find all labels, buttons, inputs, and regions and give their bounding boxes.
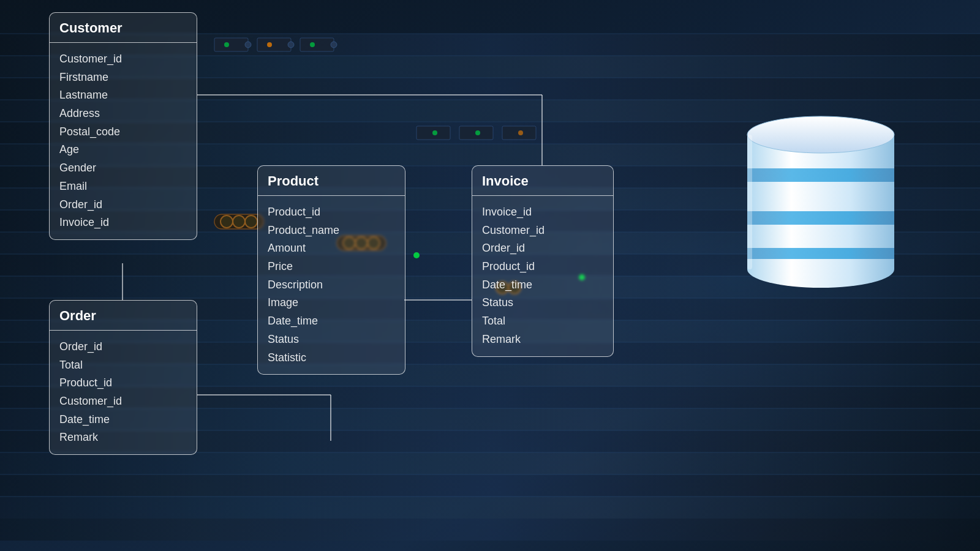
invoice-field-5: Status (482, 294, 603, 312)
invoice-field-4: Date_time (482, 276, 603, 294)
product-field-2: Amount (268, 239, 395, 258)
order-table: Order Order_id Total Product_id Customer… (49, 300, 197, 455)
customer-field-1: Firstname (59, 69, 187, 87)
customer-field-6: Gender (59, 159, 187, 178)
product-field-3: Price (268, 258, 395, 276)
invoice-table-title: Invoice (482, 173, 529, 189)
customer-field-4: Postal_code (59, 123, 187, 141)
svg-rect-82 (747, 168, 894, 182)
database-icon (735, 98, 907, 294)
invoice-field-6: Total (482, 312, 603, 331)
order-field-2: Product_id (59, 374, 187, 392)
product-table-body: Product_id Product_name Amount Price Des… (258, 196, 405, 374)
svg-point-85 (747, 116, 894, 153)
invoice-field-7: Remark (482, 331, 603, 349)
svg-rect-84 (747, 248, 894, 259)
product-field-6: Date_time (268, 312, 395, 331)
customer-field-7: Email (59, 178, 187, 196)
product-table-header: Product (258, 166, 405, 196)
customer-table-body: Customer_id Firstname Lastname Address P… (50, 43, 197, 239)
order-field-3: Customer_id (59, 392, 187, 411)
customer-table-title: Customer (59, 20, 123, 36)
order-field-4: Date_time (59, 411, 187, 429)
order-field-5: Remark (59, 429, 187, 447)
customer-field-5: Age (59, 141, 187, 159)
invoice-field-2: Order_id (482, 239, 603, 258)
customer-field-3: Address (59, 105, 187, 123)
svg-rect-83 (747, 211, 894, 225)
main-content: Customer Customer_id Firstname Lastname … (0, 0, 980, 551)
product-table-title: Product (268, 173, 318, 189)
invoice-field-3: Product_id (482, 258, 603, 276)
customer-field-0: Customer_id (59, 50, 187, 69)
customer-field-9: Invoice_id (59, 214, 187, 232)
order-table-body: Order_id Total Product_id Customer_id Da… (50, 331, 197, 454)
order-field-1: Total (59, 356, 187, 375)
svg-rect-86 (747, 135, 752, 269)
invoice-table-header: Invoice (472, 166, 613, 196)
order-table-header: Order (50, 301, 197, 331)
order-table-title: Order (59, 308, 96, 323)
invoice-table-body: Invoice_id Customer_id Order_id Product_… (472, 196, 613, 356)
product-field-7: Status (268, 331, 395, 349)
customer-field-8: Order_id (59, 196, 187, 214)
product-field-1: Product_name (268, 222, 395, 240)
product-field-0: Product_id (268, 203, 395, 222)
product-field-8: Statistic (268, 349, 395, 367)
invoice-field-1: Customer_id (482, 222, 603, 240)
product-field-4: Description (268, 276, 395, 294)
customer-field-2: Lastname (59, 86, 187, 105)
product-field-5: Image (268, 294, 395, 312)
order-field-0: Order_id (59, 338, 187, 356)
product-table: Product Product_id Product_name Amount P… (257, 165, 405, 375)
invoice-field-0: Invoice_id (482, 203, 603, 222)
customer-table: Customer Customer_id Firstname Lastname … (49, 12, 197, 240)
customer-table-header: Customer (50, 13, 197, 43)
invoice-table: Invoice Invoice_id Customer_id Order_id … (472, 165, 614, 357)
